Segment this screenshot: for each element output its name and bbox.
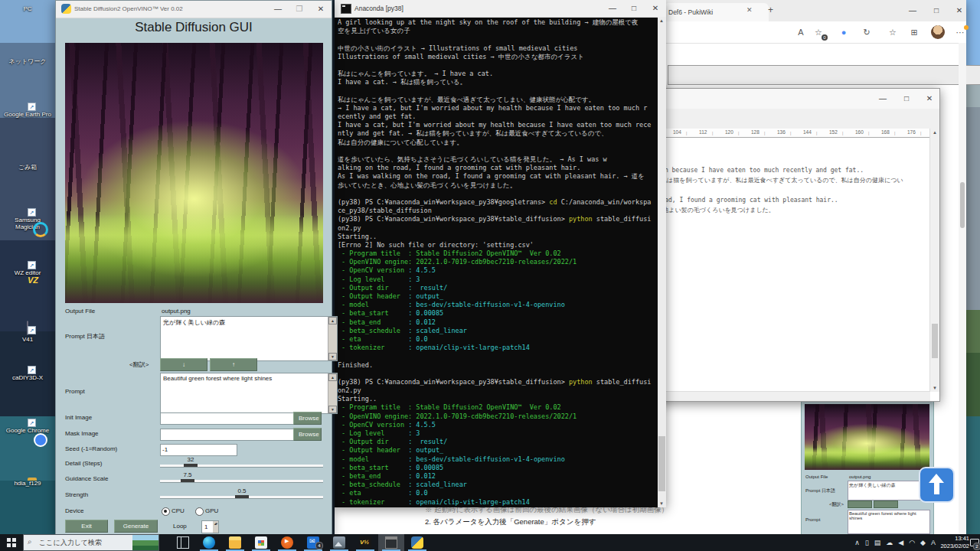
translate-down-button[interactable]: ↓ (160, 358, 207, 371)
slider-thumb[interactable] (184, 464, 198, 467)
taskbar-mail-icon[interactable]: 4 (300, 534, 326, 551)
taskbar-ms-store-icon[interactable] (248, 534, 274, 551)
device-cpu-radio[interactable] (162, 507, 170, 516)
terminal-titlebar[interactable]: Anaconda [py38] — □ ✕ (335, 0, 666, 18)
detail-steps-slider[interactable]: 32 (160, 456, 323, 470)
init-image-browse-button[interactable]: Browse (293, 412, 322, 425)
terminal-line: I have a cat, but I'm worried about my h… (338, 121, 656, 129)
collections-icon[interactable]: ⊞ (907, 25, 921, 39)
strength-slider[interactable]: 0.5 (160, 487, 323, 501)
init-image-input[interactable] (160, 412, 295, 425)
terminal-maximize-button[interactable]: □ (623, 0, 645, 17)
prompt-textarea[interactable]: Beautiful green forest where light shine… (160, 373, 338, 414)
guidance-scale-slider[interactable]: 7.5 (160, 471, 323, 485)
desktop-icon-wz[interactable]: WZ editor (0, 269, 55, 321)
terminal-line: 歩いていたとき、心地よい髪の毛づくろいを見つけました。 (338, 181, 656, 190)
prompt-label: Prompt (65, 388, 85, 395)
generate-button[interactable]: Generate (114, 520, 158, 533)
desktop-icon-chrome[interactable]: Google Chrome (0, 427, 55, 479)
browser-tab[interactable]: Def6 - PukiWiki (664, 3, 769, 21)
clock-time: 13:41 (940, 535, 969, 543)
editor-vscrollbar-thumb[interactable] (932, 324, 938, 358)
start-button[interactable] (0, 534, 23, 551)
extension-blue-icon[interactable]: ● (837, 25, 851, 39)
editor-maximize-button[interactable]: □ (896, 90, 917, 107)
mini-output-file-value: output.png (849, 474, 871, 479)
mini-translate-label: <翻訳> (829, 501, 844, 508)
sd-close-button[interactable]: ✕ (310, 1, 332, 18)
seed-input[interactable]: -1 (160, 444, 237, 456)
slider-thumb[interactable] (235, 495, 249, 498)
desktop-icon-label: V41 (0, 336, 55, 343)
taskbar-edge-icon[interactable] (196, 534, 222, 551)
defender-icon[interactable]: ◆ (920, 539, 926, 546)
desktop-icon-label: Google Earth Pro (0, 111, 55, 118)
scroll-down-icon: ▼ (659, 501, 664, 506)
page-up-arrow-button[interactable] (919, 467, 955, 503)
new-tab-icon[interactable]: + (768, 5, 773, 15)
sd-maximize-button[interactable]: ❐ (289, 1, 310, 18)
terminal-minimize-button[interactable]: — (602, 0, 623, 17)
search-daily-image (132, 535, 158, 550)
chevron-up-icon[interactable]: ∧ (854, 539, 860, 546)
clock-date: 2023/02/02 (940, 543, 969, 550)
terminal-line: on2.py (338, 386, 656, 395)
onedrive-icon[interactable]: ☁ (886, 539, 893, 546)
mask-image-input[interactable] (160, 429, 295, 441)
taskbar-file-explorer-icon[interactable] (222, 534, 248, 551)
mail-count-badge: 4 (315, 542, 323, 549)
volume-icon[interactable]: ◀ (898, 539, 903, 546)
taskbar-photos-icon[interactable] (326, 534, 352, 551)
vz-editor-icon (359, 536, 371, 549)
editor-vscrollbar[interactable]: ▲ ▼ (929, 129, 939, 392)
device-icon[interactable]: ▯ (865, 539, 869, 546)
editor-text-line: 私は猫を飼っていますが、私は最近食べすぎて太っているので、私は自分の健康につい (661, 176, 903, 184)
ruler-number: 160 (855, 129, 864, 135)
browser-scrollbar[interactable] (959, 43, 966, 534)
favorites-bar-icon[interactable]: ☆ (886, 25, 900, 39)
textarea-scrollbar[interactable]: ▲▼ (328, 317, 337, 360)
taskbar-vz-editor-icon[interactable] (352, 534, 378, 551)
desktop-icon-earth[interactable]: Google Earth Pro (0, 111, 55, 163)
taskbar-terminal-icon[interactable] (378, 534, 404, 551)
taskbar-task-view-icon[interactable] (170, 534, 196, 551)
device-gpu-radio[interactable] (195, 507, 204, 516)
prompt-ja-textarea[interactable]: 光が輝く美しい緑の森 ▲▼ (160, 316, 338, 361)
browser-close-button[interactable]: ✕ (949, 2, 970, 19)
extension-refresh-icon[interactable]: ↻ (860, 25, 874, 39)
read-aloud-icon[interactable]: A (794, 25, 808, 39)
tab-close-icon[interactable]: ✕ (746, 6, 753, 14)
slider-thumb[interactable] (181, 479, 194, 482)
browser-scrollbar-thumb[interactable] (960, 182, 965, 228)
terminal-scrollbar[interactable]: ▲ ▼ (658, 17, 666, 507)
ms-store-icon (255, 536, 267, 549)
taskbar-clock[interactable]: 13:41 2023/02/02 (940, 535, 969, 550)
loop-spinner[interactable]: 1 (201, 520, 219, 533)
taskbar-media-player-icon[interactable] (274, 534, 300, 551)
ime-icon[interactable]: A (931, 539, 936, 546)
network-icon[interactable]: ◠ (909, 539, 915, 546)
profile-avatar[interactable] (931, 25, 945, 39)
notification-icon[interactable]: 2 (969, 534, 980, 551)
more-menu-icon[interactable]: ⋯ (953, 25, 967, 39)
desktop-icon-folder[interactable]: hdia_f129 (0, 480, 55, 532)
device-cpu-label: CPU (172, 507, 185, 514)
mask-image-browse-button[interactable]: Browse (293, 428, 322, 441)
favorites-icon[interactable]: ☆0 (812, 25, 825, 39)
terminal-window: Anaconda [py38] — □ ✕ A girl looking up … (335, 0, 666, 507)
terminal-scrollbar-thumb[interactable] (658, 436, 665, 491)
terminal-close-button[interactable]: ✕ (645, 0, 666, 17)
exit-button[interactable]: Exit (65, 520, 108, 533)
desktop-icon-pc[interactable]: PC (0, 5, 55, 57)
browser-minimize-button[interactable]: — (902, 2, 923, 19)
editor-minimize-button[interactable]: — (872, 90, 893, 107)
translate-up-button[interactable]: ↑ (210, 358, 257, 371)
editor-close-button[interactable]: ✕ (919, 90, 940, 107)
sd-titlebar[interactable]: Stable Diffusion2 OpenVINO™ Ver 0.02 — ❐… (56, 1, 332, 18)
textarea-scrollbar[interactable]: ▲▼ (328, 373, 337, 413)
search-box[interactable]: ⌕ ここに入力して検索 (23, 534, 159, 551)
sd-minimize-button[interactable]: — (267, 1, 289, 18)
taskbar-python-icon[interactable] (404, 534, 430, 551)
browser-maximize-button[interactable]: □ (926, 2, 947, 19)
clipboard-icon[interactable]: ▤ (874, 539, 881, 546)
